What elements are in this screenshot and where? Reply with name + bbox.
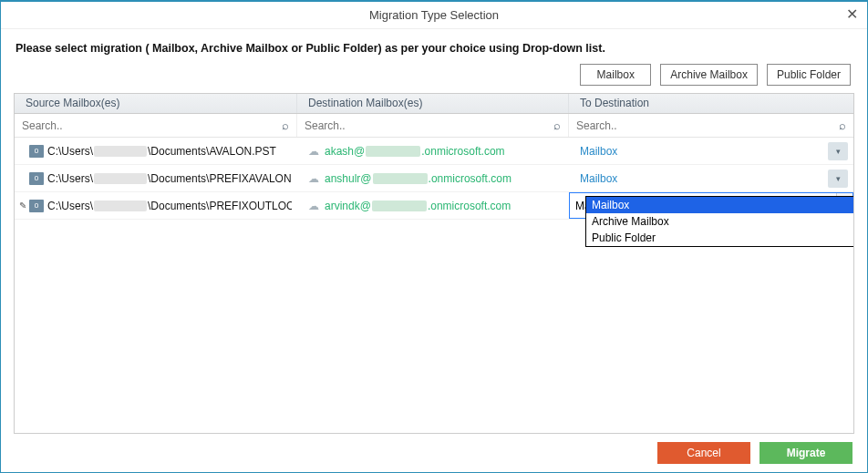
row-edit-indicator: ✎ bbox=[16, 201, 29, 211]
source-path: C:\Users\\Documents\PREFIXOUTLOO... bbox=[47, 200, 292, 212]
dest-cell: ☁ akash@.onmicrosoft.com bbox=[297, 138, 569, 164]
to-destination-value: Mailbox bbox=[580, 145, 828, 158]
archive-mailbox-button[interactable]: Archive Mailbox bbox=[660, 64, 758, 86]
search-row: ⌕ ⌕ ⌕ bbox=[15, 114, 853, 138]
dialog-title: Migration Type Selection bbox=[369, 8, 499, 22]
search-icon[interactable]: ⌕ bbox=[282, 118, 289, 132]
cloud-icon: ☁ bbox=[308, 145, 319, 158]
dropdown-option-public[interactable]: Public Folder bbox=[586, 230, 854, 246]
redacted-segment bbox=[94, 201, 147, 211]
header-to-destination[interactable]: To Destination bbox=[569, 94, 853, 113]
titlebar: Migration Type Selection ✕ bbox=[1, 2, 867, 29]
public-folder-button[interactable]: Public Folder bbox=[767, 64, 851, 86]
redacted-segment bbox=[372, 201, 427, 211]
source-path: C:\Users\\Documents\AVALON.PST bbox=[47, 145, 276, 158]
to-destination-dropdown[interactable]: Mailbox Archive Mailbox Public Folder bbox=[585, 196, 854, 247]
cloud-icon: ☁ bbox=[308, 172, 319, 185]
destination-email: akash@.onmicrosoft.com bbox=[325, 145, 505, 158]
source-cell: 0 C:\Users\\Documents\AVALON.PST bbox=[15, 138, 297, 164]
destination-email: arvindk@.onmicrosoft.com bbox=[325, 200, 511, 212]
chevron-down-icon[interactable]: ▾ bbox=[828, 142, 848, 160]
search-todest-cell: ⌕ bbox=[569, 114, 853, 137]
header-destination[interactable]: Destination Mailbox(es) bbox=[297, 94, 569, 113]
source-cell: ✎ 0 C:\Users\\Documents\PREFIXOUTLOO... bbox=[15, 192, 297, 219]
pst-file-icon: 0 bbox=[29, 145, 44, 158]
migration-type-dialog: Migration Type Selection ✕ Please select… bbox=[0, 0, 868, 473]
header-source[interactable]: Source Mailbox(es) bbox=[15, 94, 297, 113]
source-cell: 0 C:\Users\\Documents\PREFIXAVALON.... bbox=[15, 165, 297, 191]
migrate-button[interactable]: Migrate bbox=[760, 442, 852, 464]
search-icon[interactable]: ⌕ bbox=[839, 118, 846, 132]
destination-email: anshulr@.onmicrosoft.com bbox=[325, 172, 512, 185]
grid-header: Source Mailbox(es) Destination Mailbox(e… bbox=[15, 94, 853, 114]
redacted-segment bbox=[94, 173, 147, 184]
redacted-segment bbox=[366, 146, 420, 157]
todest-cell[interactable]: Mailbox ▾ bbox=[569, 165, 853, 191]
dest-cell: ☁ anshulr@.onmicrosoft.com bbox=[297, 165, 569, 191]
todest-cell[interactable]: Mailbox ▾ bbox=[569, 138, 853, 164]
search-dest-input[interactable] bbox=[305, 119, 550, 132]
dialog-footer: Cancel Migrate bbox=[1, 434, 867, 472]
pst-file-icon: 0 bbox=[29, 172, 44, 185]
search-todest-input[interactable] bbox=[576, 119, 835, 132]
to-destination-value: Mailbox bbox=[580, 172, 828, 185]
redacted-segment bbox=[373, 173, 428, 184]
chevron-down-icon[interactable]: ▾ bbox=[828, 170, 848, 188]
table-row[interactable]: 0 C:\Users\\Documents\PREFIXAVALON.... ☁… bbox=[15, 165, 853, 192]
search-source-input[interactable] bbox=[22, 119, 278, 132]
dest-cell: ☁ arvindk@.onmicrosoft.com bbox=[297, 192, 569, 219]
pst-file-icon: 0 bbox=[29, 200, 44, 212]
dropdown-option-mailbox[interactable]: Mailbox bbox=[586, 197, 854, 213]
source-path: C:\Users\\Documents\PREFIXAVALON.... bbox=[47, 172, 292, 185]
cancel-button[interactable]: Cancel bbox=[657, 442, 750, 464]
redacted-segment bbox=[94, 146, 147, 157]
dropdown-option-archive[interactable]: Archive Mailbox bbox=[586, 213, 854, 230]
search-dest-cell: ⌕ bbox=[297, 114, 569, 137]
type-button-row: Mailbox Archive Mailbox Public Folder bbox=[1, 64, 867, 93]
migration-grid: Source Mailbox(es) Destination Mailbox(e… bbox=[14, 93, 854, 434]
cloud-icon: ☁ bbox=[308, 200, 319, 212]
mailbox-button[interactable]: Mailbox bbox=[580, 64, 651, 86]
search-icon[interactable]: ⌕ bbox=[553, 118, 561, 132]
table-row[interactable]: 0 C:\Users\\Documents\AVALON.PST ☁ akash… bbox=[15, 138, 853, 165]
close-icon[interactable]: ✕ bbox=[846, 5, 858, 23]
instruction-text: Please select migration ( Mailbox, Archi… bbox=[1, 29, 867, 64]
search-source-cell: ⌕ bbox=[15, 114, 297, 137]
